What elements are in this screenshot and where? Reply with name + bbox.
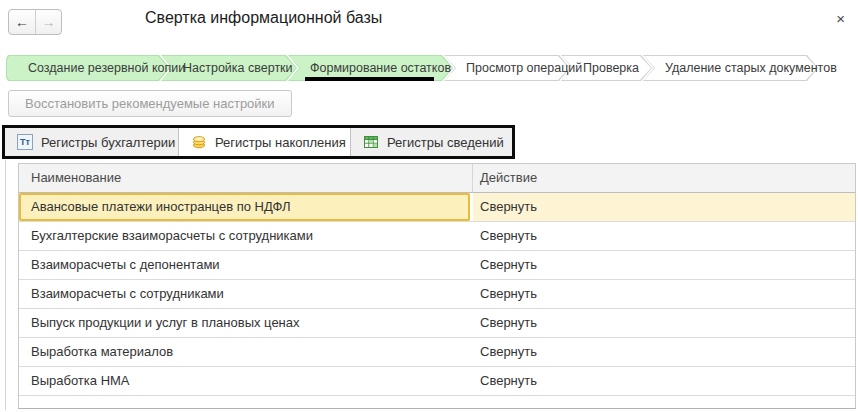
annotation-box-register-tabs: Тт Регистры бухгалтерии Регистры накопле…	[2, 125, 515, 159]
table-row[interactable]: Бухгалтерские взаиморасчеты с сотрудника…	[19, 222, 855, 251]
wizard-step-label: Настройка свертки	[161, 55, 297, 81]
history-nav-group: ← →	[8, 9, 62, 35]
tab-label: Регистры бухгалтерии	[41, 135, 175, 150]
wizard-step-label: Проверка	[561, 55, 652, 81]
register-action-cell[interactable]: Свернуть	[473, 309, 855, 337]
register-name-cell[interactable]: Бухгалтерские взаиморасчеты с сотрудника…	[19, 222, 473, 250]
form-group-line	[5, 160, 6, 410]
table-row[interactable]: Взаиморасчеты с сотрудниками Свернуть	[19, 280, 855, 309]
wizard-step-view-operations[interactable]: Просмотр операций	[444, 55, 570, 81]
wizard-step-balances-current[interactable]: Формирование остатков	[288, 55, 453, 81]
register-action-cell[interactable]: Свернуть	[473, 193, 855, 221]
table-row[interactable]: Взаиморасчеты с депонентами Свернуть	[19, 251, 855, 280]
registers-table: Наименование Действие Авансовые платежи …	[18, 163, 856, 409]
page-title: Свертка информационной базы	[145, 9, 382, 27]
annotation-underline-current-step	[305, 77, 434, 81]
table-row[interactable]: Выработка НМА Свернуть	[19, 367, 855, 396]
wizard-step-delete-old-documents[interactable]: Удаление старых документов	[643, 55, 818, 81]
register-name-cell[interactable]: Взаиморасчеты с депонентами	[19, 251, 473, 279]
register-name-cell[interactable]: Выработка НМА	[19, 367, 473, 395]
register-name-cell[interactable]: Выработка материалов	[19, 338, 473, 366]
forward-arrow-icon: →	[42, 14, 56, 30]
register-action-cell[interactable]: Свернуть	[473, 280, 855, 308]
register-action-cell[interactable]: Свернуть	[473, 338, 855, 366]
wizard-step-settings[interactable]: Настройка свертки	[161, 55, 297, 81]
register-action-cell[interactable]: Свернуть	[473, 251, 855, 279]
register-name-cell[interactable]: Авансовые платежи иностранцев по НДФЛ	[19, 193, 470, 221]
column-header-name[interactable]: Наименование	[19, 164, 473, 192]
table-row[interactable]: Авансовые платежи иностранцев по НДФЛ Св…	[19, 193, 855, 222]
tab-label: Регистры накопления	[215, 135, 346, 150]
register-name-cell[interactable]: Взаиморасчеты с сотрудниками	[19, 280, 473, 308]
column-header-action[interactable]: Действие	[473, 164, 855, 192]
table-row[interactable]: Выработка материалов Свернуть	[19, 338, 855, 367]
tab-accumulation-registers[interactable]: Регистры накопления	[179, 128, 351, 156]
wizard-step-backup[interactable]: Создание резервной копии	[6, 55, 170, 81]
table-row[interactable]: Выпуск продукции и услуг в плановых цена…	[19, 309, 855, 338]
wizard-step-check[interactable]: Проверка	[561, 55, 652, 81]
table-header-row: Наименование Действие	[19, 163, 855, 193]
back-arrow-icon: ←	[15, 14, 29, 30]
restore-recommended-settings-button[interactable]: Восстановить рекомендуемые настройки	[8, 90, 292, 117]
tab-label: Регистры сведений	[387, 135, 504, 150]
register-action-cell[interactable]: Свернуть	[473, 367, 855, 395]
accounting-register-icon: Тт	[17, 134, 33, 150]
register-tabs: Тт Регистры бухгалтерии Регистры накопле…	[5, 128, 512, 156]
compression-wizard-window: ← → Свертка информационной базы × Создан…	[0, 0, 858, 412]
information-register-icon	[363, 134, 379, 150]
forward-button[interactable]: →	[35, 10, 61, 34]
accumulation-register-icon	[191, 134, 207, 150]
tab-accounting-registers[interactable]: Тт Регистры бухгалтерии	[5, 128, 179, 156]
wizard-step-label: Удаление старых документов	[643, 55, 818, 81]
close-icon[interactable]: ×	[836, 10, 845, 27]
register-action-cell[interactable]: Свернуть	[473, 222, 855, 250]
wizard-step-label: Просмотр операций	[444, 55, 570, 81]
tab-information-registers[interactable]: Регистры сведений	[351, 128, 512, 156]
register-name-cell[interactable]: Выпуск продукции и услуг в плановых цена…	[19, 309, 473, 337]
wizard-steps: Создание резервной копии Настройка сверт…	[6, 55, 818, 81]
back-button[interactable]: ←	[9, 10, 35, 34]
wizard-step-label: Создание резервной копии	[6, 55, 170, 81]
